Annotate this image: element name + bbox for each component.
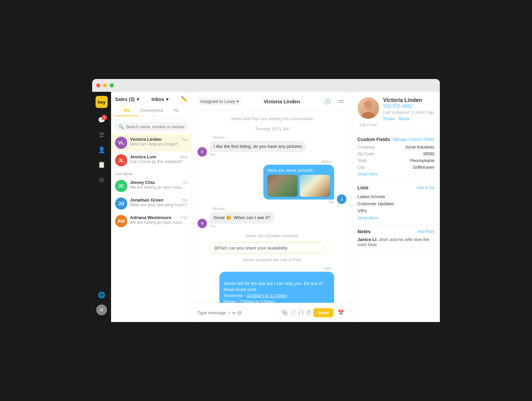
maximize-button[interactable]: [110, 83, 114, 87]
sidebar-item-network[interactable]: 🌐: [95, 288, 108, 302]
add-to-list-button[interactable]: Add to list: [417, 185, 434, 190]
msg-time: Tue: [210, 224, 274, 228]
edit-photo-button[interactable]: Edit Photo: [360, 123, 377, 127]
message-bubble: I like the first listing, do you have an…: [210, 141, 306, 152]
contact-last-contacted: Last contacted 11 hours ago: [383, 110, 434, 115]
conv-preview: How can I help you today?: [130, 142, 188, 146]
sidebar: hey 💬 1 ☰ 👤 📋 ◎ 🌐 U: [92, 92, 111, 322]
calendar-icon: 📅: [338, 310, 344, 316]
app-window: hey 💬 1 ☰ 👤 📋 ◎ 🌐 U: [92, 79, 440, 322]
msg-sender: Victoria: [197, 207, 346, 211]
svg-point-1: [362, 112, 375, 119]
variable-icon[interactable]: { }: [299, 310, 304, 316]
conversation-list: VL Victoria Linden Tue How can I help yo…: [111, 134, 192, 322]
block-button[interactable]: Block: [399, 116, 410, 121]
archive-icon: 🗃: [338, 98, 344, 104]
custom-fields-section: Custom Fields Manage Custom Fields Compa…: [352, 133, 440, 181]
avatar: JL: [115, 154, 127, 166]
conv-info: Jonathan Green Thu What are your operati…: [130, 197, 188, 207]
search-input[interactable]: [126, 125, 184, 129]
msg-time: Tue: [210, 153, 306, 157]
conv-name: Adriana Westmoore: [130, 215, 171, 220]
list-item: VIPs: [357, 207, 434, 214]
viewing-indicator: James and Pam are viewing this conversat…: [197, 115, 346, 123]
tab-all[interactable]: All: [164, 105, 188, 116]
clock-icon: 🕐: [324, 98, 331, 105]
tab-unassigned[interactable]: Unassigned: [138, 105, 164, 116]
conv-info: Victoria Linden Tue How can I help you t…: [130, 137, 188, 146]
field-label: Zip Code: [357, 152, 374, 156]
list-item[interactable]: JC Jimmy Chiu Fri We are having an open …: [111, 177, 192, 195]
conversations-panel: Sales (3) ▾ Inbox ▾ ✏️ Me Unassigned All: [111, 92, 192, 322]
calendar-button[interactable]: 📅: [336, 307, 346, 318]
share-button[interactable]: Share: [383, 116, 395, 121]
chat-input-area: 📎 📄 { } @ Send 📅: [192, 303, 352, 322]
lists-section: Lists Add to list Latest Arrivals Custom…: [352, 181, 440, 225]
user-avatar[interactable]: U: [96, 304, 107, 315]
snooze-button[interactable]: 🕐: [322, 96, 333, 107]
inbox-label: Inbox: [152, 97, 164, 102]
notes-section: Notes Add Note Janice Li: Josh and his w…: [352, 225, 440, 251]
sidebar-item-integrations[interactable]: ◎: [95, 173, 108, 186]
app-logo: hey: [96, 96, 108, 108]
sidebar-item-lists[interactable]: ☰: [95, 128, 108, 142]
conv-time: Thu: [181, 198, 188, 202]
chat-badge: 1: [102, 115, 107, 120]
field-label: State: [357, 158, 367, 163]
msg-sender: Pam: [197, 266, 346, 270]
avatar: JG: [115, 197, 127, 210]
chat-input[interactable]: [197, 310, 278, 315]
field-label: City: [357, 165, 365, 170]
avatar: J: [337, 194, 346, 204]
sidebar-item-chat[interactable]: 💬 1: [95, 113, 108, 127]
conv-name: Jessica Lum: [130, 154, 156, 159]
sidebar-item-reports[interactable]: 📋: [95, 158, 108, 171]
list-item[interactable]: JG Jonathan Green Thu What are your oper…: [111, 195, 192, 212]
list-icon: ☰: [99, 131, 104, 139]
message-row: J Here are some pictures Tue: [197, 165, 346, 204]
contact-phone[interactable]: 510-555-3662: [383, 103, 434, 109]
list-item[interactable]: AW Adriana Westmoore 7/13 We are having …: [111, 212, 192, 230]
conv-preview: What are your operating hours?: [130, 203, 188, 207]
list-item[interactable]: JL Jessica Lum Mon Can I come by this we…: [111, 152, 192, 169]
mention-icon[interactable]: @: [306, 310, 311, 316]
conv-info: Jessica Lum Mon Can I come by this weeke…: [130, 154, 188, 164]
network-icon: 🌐: [98, 291, 105, 299]
sidebar-item-contacts[interactable]: 👤: [95, 143, 108, 157]
note-author: Janice Li:: [357, 237, 378, 242]
field-row-state: State Pennsylvania: [357, 158, 434, 163]
assign-label: James assigned the chat to Pam: [197, 256, 346, 264]
contact-top: Edit Photo Victoria Linden 510-555-3662 …: [352, 92, 440, 133]
add-note-button[interactable]: Add Note: [418, 229, 434, 234]
show-more-lists-button[interactable]: Show More: [357, 216, 434, 220]
search-box[interactable]: 🔍: [115, 122, 188, 131]
assigned-badge[interactable]: Assigned to Leary ▾: [197, 98, 242, 105]
conv-info: Adriana Westmoore 7/13 We are having an …: [130, 215, 188, 225]
msg-sender: James: [197, 159, 346, 163]
message-row: P James left for the day but I can help …: [197, 272, 346, 303]
manage-custom-fields-button[interactable]: Manage Custom Fields: [393, 137, 434, 142]
show-more-fields-button[interactable]: Show More: [357, 172, 434, 177]
compose-button[interactable]: ✏️: [181, 96, 188, 102]
template-icon[interactable]: 📄: [290, 310, 297, 316]
title-bar: [92, 79, 440, 92]
send-button[interactable]: Send: [313, 308, 334, 317]
inbox-selector[interactable]: Inbox ▾: [152, 97, 168, 102]
search-icon: 🔍: [118, 124, 124, 129]
contact-avatar: [357, 97, 379, 119]
conv-preview: Can I come by this weekend?: [130, 159, 188, 164]
archive-button[interactable]: 🗃: [336, 96, 346, 107]
attachment-icon[interactable]: 📎: [281, 310, 288, 316]
list-item[interactable]: VL Victoria Linden Tue How can I help yo…: [111, 134, 192, 152]
field-label: Company: [357, 145, 375, 150]
private-comment-label: James left a private comment.: [197, 231, 346, 240]
message-image-1: [267, 175, 298, 197]
custom-fields-title: Custom Fields: [357, 137, 390, 142]
minimize-button[interactable]: [103, 83, 107, 87]
tab-me[interactable]: Me: [115, 105, 138, 116]
chat-title: Victoria Linden: [264, 99, 300, 104]
list-item: Customer Updates: [357, 200, 434, 207]
conversations-title[interactable]: Sales (3) ▾: [115, 97, 139, 102]
conv-info: Jimmy Chiu Fri We are having an open hou…: [130, 180, 188, 190]
close-button[interactable]: [96, 83, 100, 87]
